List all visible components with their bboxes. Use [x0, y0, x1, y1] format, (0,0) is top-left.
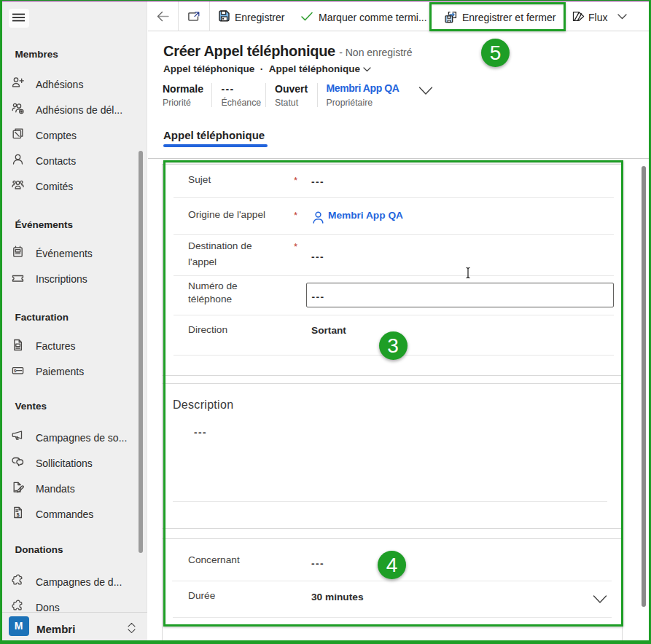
svg-text:$: $ — [17, 512, 20, 518]
